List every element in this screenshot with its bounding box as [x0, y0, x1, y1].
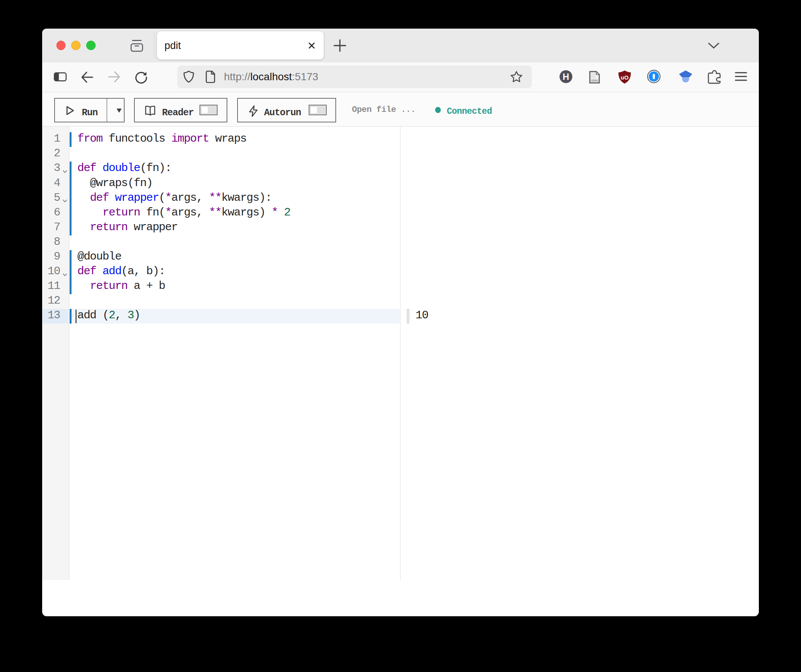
svg-text:uO: uO: [621, 74, 629, 80]
svg-text:H: H: [563, 72, 569, 82]
